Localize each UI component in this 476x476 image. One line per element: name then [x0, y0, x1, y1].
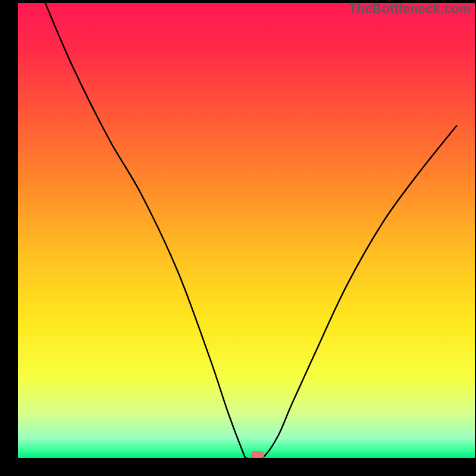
plot-background: [18, 3, 475, 458]
bottleneck-chart: [0, 0, 476, 476]
optimum-marker: [251, 451, 264, 458]
chart-container: { "watermark": "TheBottleneck.com", "cha…: [0, 0, 476, 476]
watermark-text: TheBottleneck.com: [349, 1, 471, 17]
